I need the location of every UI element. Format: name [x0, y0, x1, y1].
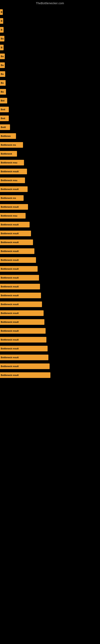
bar-16: Bottleneck res [0, 142, 23, 148]
bar-row: Bottleneck result [0, 344, 100, 353]
bar-row: Bottleneck result [0, 371, 100, 380]
bar-label-40: Bottleneck result [1, 356, 19, 359]
bar-row: Bottleneck result [0, 238, 100, 247]
bar-row: Bott [0, 105, 100, 114]
bar-row: Bottleneck res [0, 194, 100, 202]
bar-label-37: Bottleneck result [1, 330, 19, 332]
bar-2: B [0, 18, 3, 24]
bar-row: Bott [0, 114, 100, 123]
bar-7: Bo [0, 62, 5, 68]
bar-label-34: Bottleneck result [1, 303, 19, 306]
bar-row: B [0, 25, 100, 34]
bar-29: Bottleneck result [0, 257, 36, 263]
bar-20: Bottleneck resu [0, 178, 25, 183]
bar-row: Bottleneck result [0, 256, 100, 264]
bar-28: Bottleneck result [0, 248, 34, 254]
bar-15: Bottlenec [0, 133, 16, 139]
bar-row: Bottleneck [0, 149, 100, 158]
bar-8: Bo [0, 71, 5, 77]
bar-row: Bottleneck result [0, 220, 100, 229]
bar-23: Bottleneck result [0, 204, 28, 210]
bar-row: Bo [0, 87, 100, 96]
bar-label-16: Bottleneck res [1, 144, 16, 146]
bar-label-20: Bottleneck resu [1, 179, 17, 182]
bar-label-27: Bottleneck result [1, 241, 19, 244]
bar-11: Bot [0, 98, 7, 104]
bar-row: Bottleneck result [0, 273, 100, 282]
bar-row: Bottleneck result [0, 282, 100, 291]
bar-34: Bottleneck result [0, 302, 42, 307]
bar-19: Bottleneck result [0, 169, 27, 174]
bar-1: B [0, 9, 3, 15]
bar-row: Bottleneck result [0, 202, 100, 211]
bar-row: Bo [0, 61, 100, 70]
bar-label-23: Bottleneck result [1, 206, 19, 208]
bar-label-11: Bot [1, 100, 4, 102]
bar-row: Bottleneck resu [0, 176, 100, 185]
bar-label-4: Bo [1, 38, 4, 40]
bar-36: Bottleneck result [0, 319, 44, 325]
bar-42: Bottleneck result [0, 372, 50, 378]
bar-31: Bottleneck result [0, 275, 39, 280]
bar-label-12: Bott [1, 108, 5, 111]
bar-label-24: Bottleneck resu [1, 214, 17, 217]
bar-label-14: Bottl [1, 126, 6, 128]
bar-label-25: Bottleneck result [1, 224, 19, 226]
bar-4: Bo [0, 36, 4, 42]
bar-22: Bottleneck res [0, 195, 24, 201]
bar-row: Bottleneck result [0, 318, 100, 326]
bar-row: Bottleneck result [0, 291, 100, 300]
bar-label-38: Bottleneck result [1, 338, 19, 341]
bar-row: Bottleneck result [0, 167, 100, 176]
bar-6: Bo [0, 54, 5, 59]
bar-25: Bottleneck result [0, 222, 30, 228]
bar-row: Bottleneck result [0, 326, 100, 335]
bar-10: Bo [0, 89, 6, 94]
bar-row: Bottl [0, 123, 100, 132]
bar-label-10: Bo [1, 90, 4, 93]
bar-row: Bottleneck result [0, 229, 100, 238]
bar-label-1: B [1, 11, 2, 13]
bar-21: Bottleneck result [0, 186, 28, 192]
bar-32: Bottleneck result [0, 284, 40, 290]
bar-label-3: B [1, 28, 2, 31]
bar-row: B [0, 8, 100, 16]
bar-label-13: Bott [1, 117, 5, 120]
bar-label-41: Bottleneck result [1, 365, 19, 368]
bar-label-6: Bo [1, 55, 4, 58]
bar-label-42: Bottleneck result [1, 374, 19, 376]
bar-37: Bottleneck result [0, 328, 46, 334]
bar-13: Bott [0, 116, 9, 121]
bar-17: Bottleneck [0, 151, 17, 156]
bar-33: Bottleneck result [0, 292, 41, 298]
bar-label-33: Bottleneck result [1, 294, 19, 297]
bar-9: Bo [0, 80, 6, 86]
bar-row: Bottleneck result [0, 300, 100, 309]
bar-row: Bo [0, 52, 100, 61]
bar-label-28: Bottleneck result [1, 250, 19, 252]
bar-label-35: Bottleneck result [1, 312, 19, 314]
bar-26: Bottleneck result [0, 231, 31, 236]
bar-40: Bottleneck result [0, 354, 49, 360]
bars-container: BBBBoBBoBoBoBoBoBotBottBottBottlBottlene… [0, 6, 100, 380]
bar-row: Bot [0, 96, 100, 105]
bar-label-29: Bottleneck result [1, 259, 19, 261]
bar-row: Bottleneck result [0, 335, 100, 344]
bar-row: Bo [0, 34, 100, 43]
bar-label-30: Bottleneck result [1, 268, 19, 270]
bar-row: Bo [0, 78, 100, 87]
bar-14: Bottl [0, 124, 10, 130]
bar-row: Bottleneck resu [0, 211, 100, 220]
bar-label-39: Bottleneck result [1, 347, 19, 350]
site-title: TheBottlenecker.com [0, 0, 100, 6]
bar-row: Bottleneck result [0, 185, 100, 194]
bar-row: B [0, 16, 100, 25]
bar-label-31: Bottleneck result [1, 276, 19, 279]
bar-41: Bottleneck result [0, 364, 50, 369]
bar-row: Bottleneck result [0, 362, 100, 371]
bar-30: Bottleneck result [0, 266, 38, 272]
bar-label-19: Bottleneck result [1, 170, 19, 173]
bar-18: Bottleneck resu [0, 160, 24, 166]
bar-row: Bo [0, 70, 100, 78]
bar-24: Bottleneck resu [0, 213, 26, 218]
